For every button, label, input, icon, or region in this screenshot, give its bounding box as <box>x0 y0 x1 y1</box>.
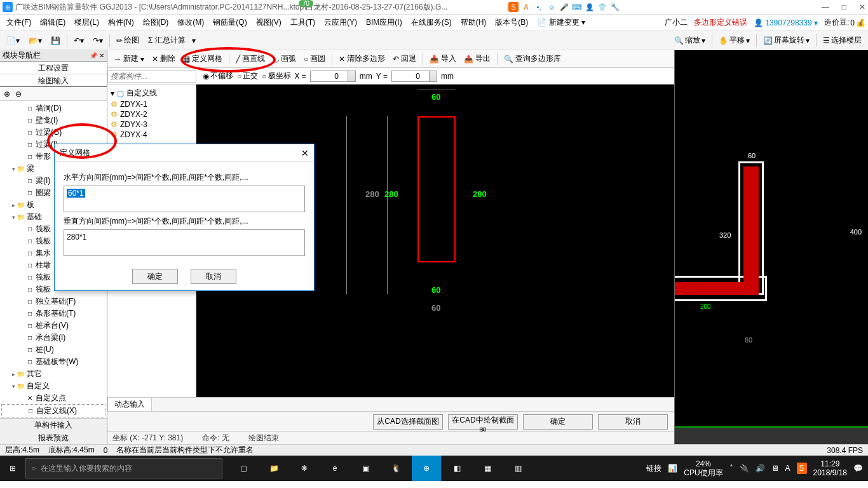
tray-ime-a-icon[interactable]: A <box>785 464 790 473</box>
tree-node[interactable]: □自定义线(X) <box>1 404 105 417</box>
from-cad-button[interactable]: 从CAD选择截面图 <box>373 414 443 430</box>
search-input[interactable] <box>107 70 196 83</box>
list-item[interactable]: ⚙ZDYX-4 <box>110 130 193 140</box>
draw-cad-button[interactable]: 在CAD中绘制截面图 <box>448 414 518 430</box>
menu-file[interactable]: 文件(F) <box>3 16 35 29</box>
task-app6-icon[interactable]: ▥ <box>503 456 532 481</box>
sogou-icon[interactable]: S <box>508 2 519 12</box>
tray-up-icon[interactable]: ˄ <box>729 464 733 473</box>
undo-button[interactable]: ↶▾ <box>71 35 86 46</box>
tree-node[interactable]: □墙洞(D) <box>1 102 105 114</box>
radio-nooffset[interactable]: ◉ 不偏移 <box>203 71 233 81</box>
arc-button[interactable]: ◡ 画弧 <box>270 52 299 65</box>
delete-button[interactable]: ✕ 删除 <box>149 52 178 65</box>
dialog-ok-button[interactable]: 确定 <box>132 269 178 284</box>
minimize-button[interactable]: — <box>822 3 829 11</box>
menu-help[interactable]: 帮助(H) <box>457 16 491 29</box>
task-app3-icon[interactable]: ⊕ <box>412 456 441 481</box>
x-spinner[interactable] <box>348 71 356 82</box>
tray-sogou-icon[interactable]: S <box>797 463 807 474</box>
new-button[interactable]: → 新建 ▾ <box>111 52 147 65</box>
grid-button[interactable]: ▦ 定义网格 <box>180 52 225 65</box>
tray-chart-icon[interactable]: 📊 <box>668 464 677 473</box>
tree-node[interactable]: □条形基础(T) <box>1 308 105 320</box>
ime-a-icon[interactable]: A <box>521 2 531 12</box>
tree-expand-icon[interactable]: ⊕ <box>4 90 10 98</box>
tree-node[interactable]: □桩承台(V) <box>1 320 105 332</box>
task-qq-icon[interactable]: 🐧 <box>381 456 410 481</box>
list-root[interactable]: ▾▢自定义线 <box>110 87 193 99</box>
menu-rebar[interactable]: 钢筋量(Q) <box>209 16 250 29</box>
menu-cloud[interactable]: 云应用(Y) <box>320 16 361 29</box>
export-button[interactable]: 📤 导出 <box>461 52 493 65</box>
floor-select-button[interactable]: ☰ 选择楼层 <box>820 34 864 47</box>
ime-mic-icon[interactable]: 🎤 <box>559 2 569 12</box>
tree-collapse-icon[interactable]: ⊖ <box>15 90 22 98</box>
menu-view[interactable]: 视图(V) <box>252 16 285 29</box>
tree-node[interactable]: □独立基础(F) <box>1 295 105 308</box>
ime-shirt-icon[interactable]: 👕 <box>597 2 607 12</box>
nav-single-input[interactable]: 单构件输入 <box>0 419 107 431</box>
radio-polar[interactable]: ○ 极坐标 <box>262 71 290 81</box>
rotate-button[interactable]: 🔄 屏幕旋转 ▾ <box>761 34 812 47</box>
list-item[interactable]: ⚙ZDYX-1 <box>110 99 193 109</box>
pin-icon[interactable]: 📌 ✕ <box>90 52 104 59</box>
list-item[interactable]: ⚙ZDYX-3 <box>110 119 193 130</box>
save-button[interactable]: 💾 <box>48 35 63 46</box>
menu-component[interactable]: 构件(N) <box>104 16 138 29</box>
tray-net-icon[interactable]: 🖥 <box>771 464 779 473</box>
task-app2-icon[interactable]: ▣ <box>351 456 380 481</box>
ime-kbd-icon[interactable]: ⌨ <box>572 2 582 12</box>
task-app1-icon[interactable]: ❋ <box>290 456 319 481</box>
new-change-button[interactable]: 📄 新建变更 ▾ <box>533 16 589 29</box>
v-spacing-input[interactable]: 280*1 <box>64 229 305 256</box>
tree-node[interactable]: ✕自定义点 <box>1 392 105 404</box>
clear-button[interactable]: ✕ 清除多边形 <box>336 52 388 65</box>
ime-person-icon[interactable]: 👤 <box>585 2 595 12</box>
maximize-button[interactable]: □ <box>842 3 846 11</box>
tree-node[interactable]: □桩(U) <box>1 344 105 356</box>
menu-tools[interactable]: 工具(T) <box>287 16 319 29</box>
tree-node[interactable]: □壁龛(I) <box>1 114 105 126</box>
task-view-icon[interactable]: ▢ <box>229 456 258 481</box>
task-folder-icon[interactable]: 📁 <box>259 456 288 481</box>
list-item[interactable]: ⚙ZDYX-2 <box>110 109 193 119</box>
ok-button[interactable]: 确定 <box>523 414 593 430</box>
radio-ortho[interactable]: ○ 正交 <box>237 71 258 81</box>
menu-online[interactable]: 在线服务(S) <box>407 16 456 29</box>
tree-node[interactable]: □过梁(G) <box>1 126 105 139</box>
menu-bim[interactable]: BIM应用(I) <box>362 16 406 29</box>
clock[interactable]: 11:292018/9/18 <box>813 459 847 478</box>
menu-edit[interactable]: 编辑(E) <box>36 16 69 29</box>
ime-smile-icon[interactable]: ☺ <box>546 2 557 12</box>
close-button[interactable]: ✕ <box>859 3 865 11</box>
menu-version[interactable]: 版本号(B) <box>491 16 532 29</box>
tray-link[interactable]: 链接 <box>646 463 661 474</box>
x-input[interactable] <box>310 71 348 82</box>
sum-button[interactable]: Σ 汇总计算 <box>146 34 188 47</box>
dialog-cancel-button[interactable]: 取消 <box>191 269 236 284</box>
tab-dynamic-input[interactable]: 动态输入 <box>107 397 152 412</box>
cancel-button[interactable]: 取消 <box>598 414 668 430</box>
import-button[interactable]: 📥 导入 <box>427 52 459 65</box>
pan-button[interactable]: ✋ 平移 ▾ <box>716 34 752 47</box>
right-view[interactable]: 60 400 320 200 60 <box>674 50 868 444</box>
tray-notif-icon[interactable]: 💬 <box>853 464 863 473</box>
zoom-button[interactable]: 🔍 缩放 ▾ <box>672 34 708 47</box>
tree-node[interactable]: ▾📁自定义 <box>1 380 105 392</box>
tray-vol-icon[interactable]: 🔊 <box>756 464 765 473</box>
redo-button[interactable]: ↷▾ <box>90 35 105 46</box>
nav-tab-draw[interactable]: 绘图输入 <box>0 74 107 87</box>
draw-button[interactable]: ✏ 绘图 <box>114 34 142 47</box>
phone-number[interactable]: 👤 13907298339 ▾ <box>754 18 818 27</box>
ime-wrench-icon[interactable]: 🔧 <box>610 2 620 12</box>
dialog-titlebar[interactable]: 定义网格 ✕ <box>55 144 314 162</box>
tray-power-icon[interactable]: 🔌 <box>740 464 749 473</box>
nav-report[interactable]: 报表预览 <box>0 431 107 444</box>
line-button[interactable]: ╱ 画直线 <box>233 52 268 65</box>
menu-modify[interactable]: 修改(M) <box>173 16 208 29</box>
h-spacing-input[interactable]: 60*1 <box>64 186 305 212</box>
task-app4-icon[interactable]: ◧ <box>442 456 471 481</box>
open-button[interactable]: 📂▾ <box>26 35 44 46</box>
dialog-close-button[interactable]: ✕ <box>301 148 309 158</box>
